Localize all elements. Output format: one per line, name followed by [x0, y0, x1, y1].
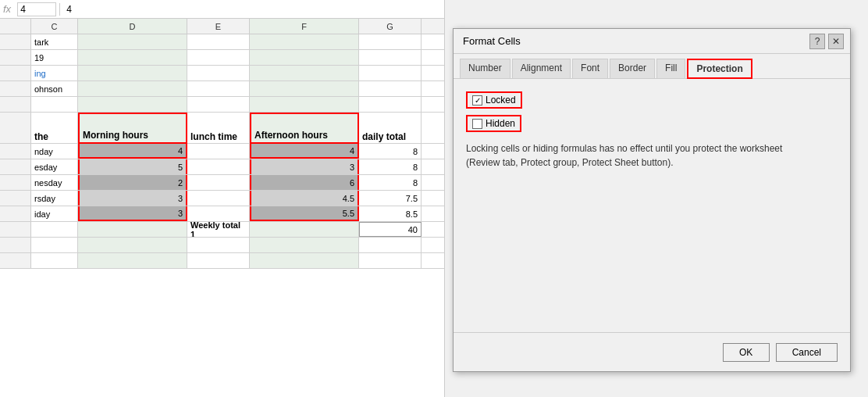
dialog-footer: OK Cancel	[454, 332, 850, 371]
cell-g10[interactable]: 7.5	[359, 191, 422, 206]
cell-f2[interactable]	[250, 50, 359, 65]
cell-c2[interactable]: 19	[31, 50, 78, 65]
cell-c3[interactable]: ing	[31, 66, 78, 80]
cell-c11[interactable]: iday	[31, 206, 78, 221]
table-row: tark	[0, 34, 444, 50]
cell-f1[interactable]	[250, 34, 359, 49]
col-header-g[interactable]: G	[359, 19, 422, 34]
cell-f6-afternoon-hours[interactable]: Afternoon hours	[250, 113, 359, 144]
cell-d3[interactable]	[78, 66, 187, 80]
cell-f7[interactable]: 4	[250, 144, 359, 159]
col-header-f[interactable]: F	[250, 19, 359, 34]
col-header-c[interactable]: C	[31, 19, 78, 34]
row-num	[0, 253, 31, 268]
help-button[interactable]: ?	[809, 34, 825, 49]
cell-g6-daily-total[interactable]: daily total	[359, 113, 422, 144]
hidden-checkbox-wrapper: Hidden	[466, 115, 521, 132]
tab-font[interactable]: Font	[572, 59, 608, 78]
formula-bar: fx 4	[0, 0, 444, 19]
tab-border[interactable]: Border	[610, 59, 655, 78]
cell-c9[interactable]: nesday	[31, 175, 78, 190]
cell-reference-input[interactable]	[17, 2, 56, 16]
dialog-tabs: Number Alignment Font Border Fill Protec…	[454, 54, 850, 79]
fx-icon: fx	[3, 3, 11, 15]
cancel-button[interactable]: Cancel	[776, 343, 838, 362]
cell-c8[interactable]: esday	[31, 159, 78, 174]
cell-f3[interactable]	[250, 66, 359, 80]
cell-c1[interactable]: tark	[31, 34, 78, 49]
cell-g1[interactable]	[359, 34, 422, 49]
cell-d9[interactable]: 2	[78, 175, 187, 190]
cell-c12[interactable]	[31, 222, 78, 237]
row-num	[0, 66, 31, 80]
cell-f10[interactable]: 4.5	[250, 191, 359, 206]
cell-f4[interactable]	[250, 81, 359, 96]
cell-f8[interactable]: 3	[250, 159, 359, 174]
cell-c5[interactable]	[31, 97, 78, 112]
cell-e12-weekly-total[interactable]: Weekly total 1	[187, 222, 250, 237]
tab-fill[interactable]: Fill	[656, 59, 685, 78]
cell-e6-lunch-time[interactable]: lunch time	[187, 113, 250, 144]
cell-e10[interactable]	[187, 191, 250, 206]
row-num	[0, 222, 31, 237]
hidden-checkbox[interactable]	[472, 119, 482, 129]
table-row	[0, 238, 444, 253]
cell-d4[interactable]	[78, 81, 187, 96]
row-num	[0, 159, 31, 174]
cell-e9[interactable]	[187, 175, 250, 190]
hidden-row: Hidden	[466, 115, 838, 132]
cell-d12[interactable]	[78, 222, 187, 237]
cell-d10[interactable]: 3	[78, 191, 187, 206]
cell-c4[interactable]: ohnson	[31, 81, 78, 96]
cell-e5[interactable]	[187, 97, 250, 112]
cell-d1[interactable]	[78, 34, 187, 49]
cell-d11[interactable]: 3	[78, 206, 187, 221]
cell-g4[interactable]	[359, 81, 422, 96]
cell-e7[interactable]	[187, 144, 250, 159]
row-num	[0, 175, 31, 190]
col-header-e[interactable]: E	[187, 19, 250, 34]
cell-g2[interactable]	[359, 50, 422, 65]
table-row: ing	[0, 66, 444, 81]
formula-bar-value: 4	[63, 3, 441, 16]
cell-e4[interactable]	[187, 81, 250, 96]
cell-e1[interactable]	[187, 34, 250, 49]
cell-f5[interactable]	[250, 97, 359, 112]
cell-d2[interactable]	[78, 50, 187, 65]
cell-g3[interactable]	[359, 66, 422, 80]
cell-e11[interactable]	[187, 206, 250, 221]
col-header-d[interactable]: D	[78, 19, 187, 34]
hidden-label: Hidden	[486, 118, 515, 129]
close-button[interactable]: ✕	[828, 34, 844, 49]
cell-e2[interactable]	[187, 50, 250, 65]
tab-protection[interactable]: Protection	[687, 59, 752, 79]
cell-c7[interactable]: nday	[31, 144, 78, 159]
cell-g8[interactable]: 8	[359, 159, 422, 174]
cell-g11[interactable]: 8.5	[359, 206, 422, 221]
cell-g7[interactable]: 8	[359, 144, 422, 159]
cell-d6-morning-hours[interactable]: Morning hours	[78, 113, 187, 144]
format-cells-dialog: Format Cells ? ✕ Number Alignment Font B…	[453, 28, 851, 372]
cell-g5[interactable]	[359, 97, 422, 112]
cell-e8[interactable]	[187, 159, 250, 174]
table-row: ohnson	[0, 81, 444, 97]
cell-d7[interactable]: 4	[78, 144, 187, 159]
dialog-title: Format Cells	[463, 35, 521, 47]
cell-c10[interactable]: rsday	[31, 191, 78, 206]
cell-f12[interactable]	[250, 222, 359, 237]
spreadsheet: fx 4 C D E F G tark 19	[0, 0, 445, 397]
tab-alignment[interactable]: Alignment	[512, 59, 571, 78]
cell-f11[interactable]: 5.5	[250, 206, 359, 221]
row-num	[0, 97, 31, 112]
cell-g9[interactable]: 8	[359, 175, 422, 190]
tab-number[interactable]: Number	[460, 59, 510, 78]
cell-d5[interactable]	[78, 97, 187, 112]
cell-d8[interactable]: 5	[78, 159, 187, 174]
cell-g12-total[interactable]: 40	[359, 222, 422, 237]
cell-f9[interactable]: 6	[250, 175, 359, 190]
cell-c6[interactable]: the	[31, 113, 78, 144]
ok-button[interactable]: OK	[723, 343, 770, 362]
locked-checkbox[interactable]	[472, 95, 482, 106]
cell-e3[interactable]	[187, 66, 250, 80]
table-row-weekly: Weekly total 1 40	[0, 222, 444, 238]
